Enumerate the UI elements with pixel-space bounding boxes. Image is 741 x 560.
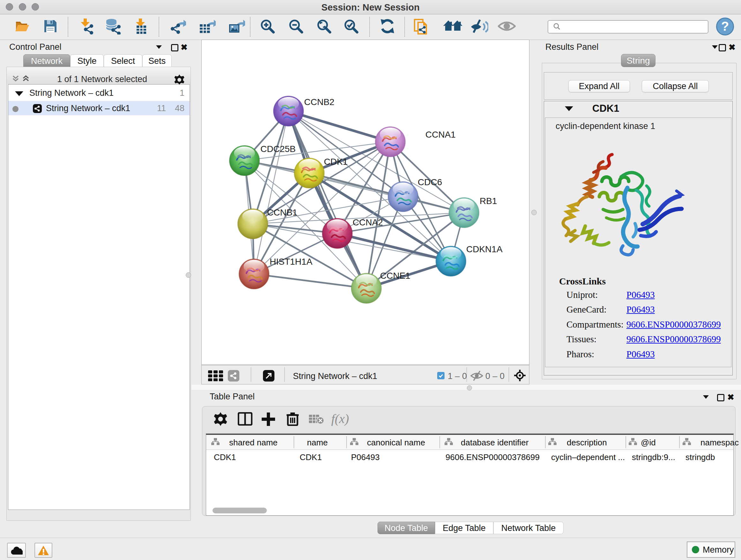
svg-text:CCNB2: CCNB2 [304, 97, 334, 107]
svg-text:CCNB1: CCNB1 [267, 207, 297, 217]
svg-text:CCNA1: CCNA1 [425, 130, 456, 139]
svg-text:HIST1H1A: HIST1H1A [270, 257, 313, 266]
svg-text:CDKN1A: CDKN1A [466, 244, 502, 254]
svg-text:CCNE1: CCNE1 [380, 271, 410, 281]
svg-text:CDK1: CDK1 [324, 157, 348, 167]
svg-text:RB1: RB1 [480, 196, 497, 206]
svg-text:CCNA2: CCNA2 [353, 217, 383, 227]
svg-text:CDC25B: CDC25B [260, 144, 295, 154]
svg-text:CDC6: CDC6 [418, 177, 442, 187]
